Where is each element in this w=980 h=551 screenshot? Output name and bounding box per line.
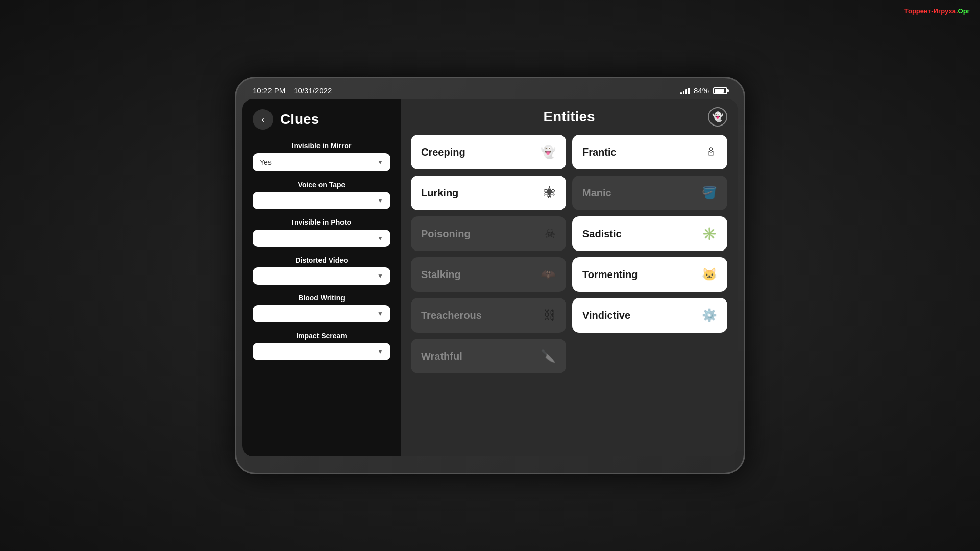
status-time: 10:22 PM (253, 86, 285, 95)
back-icon: ‹ (261, 114, 264, 125)
entity-name-lurking: Lurking (421, 187, 458, 199)
entity-name-poisoning: Poisoning (421, 228, 471, 240)
entity-icon-poisoning: ☠ (545, 227, 556, 241)
chevron-down-icon: ▼ (377, 235, 383, 242)
entities-title: Entities (430, 109, 708, 125)
signal-icon (680, 87, 690, 94)
chevron-down-icon: ▼ (377, 272, 383, 280)
clue-item-invisible-photo: Invisible in Photo ▼ (253, 218, 390, 247)
entity-btn-poisoning[interactable]: Poisoning ☠ (411, 216, 566, 251)
entity-name-sadistic: Sadistic (582, 228, 622, 240)
clue-select-distorted-video[interactable]: ▼ (253, 267, 390, 285)
entity-btn-frantic[interactable]: Frantic 🕯 (572, 135, 727, 169)
entities-panel: Entities 👻 Creeping 👻 Frantic 🕯 (401, 99, 738, 456)
entity-btn-manic[interactable]: Manic 🪣 (572, 176, 727, 210)
battery-icon (713, 87, 727, 94)
clue-item-distorted-video: Distorted Video ▼ (253, 256, 390, 285)
entity-btn-tormenting[interactable]: Tormenting 🐱 (572, 257, 727, 292)
clue-select-impact-scream[interactable]: ▼ (253, 343, 390, 360)
entity-name-tormenting: Tormenting (582, 269, 638, 281)
chevron-down-icon: ▼ (377, 197, 383, 204)
clue-label-invisible-photo: Invisible in Photo (253, 218, 390, 227)
entity-name-manic: Manic (582, 187, 611, 199)
entity-icon-creeping: 👻 (541, 145, 556, 159)
entity-icon-lurking: 🕷 (544, 186, 556, 200)
outer-frame: 10:22 PM 10/31/2022 84% (235, 77, 745, 474)
clue-item-voice-tape: Voice on Tape ▼ (253, 181, 390, 209)
entity-icon-frantic: 🕯 (705, 145, 717, 159)
chevron-down-icon: ▼ (377, 159, 383, 166)
entity-btn-wrathful[interactable]: Wrathful 🔪 (411, 339, 566, 373)
clue-label-impact-scream: Impact Scream (253, 332, 390, 340)
clue-item-blood-writing: Blood Writing ▼ (253, 294, 390, 322)
entities-grid: Creeping 👻 Frantic 🕯 Lurking 🕷 (411, 135, 727, 373)
entity-name-wrathful: Wrathful (421, 350, 462, 362)
entity-icon-manic: 🪣 (702, 186, 717, 200)
clue-label-voice-tape: Voice on Tape (253, 181, 390, 189)
entity-name-treacherous: Treacherous (421, 310, 482, 321)
ghost-icon: 👻 (712, 111, 723, 122)
status-bar: 10:22 PM 10/31/2022 84% (242, 84, 738, 99)
clue-select-invisible-mirror[interactable]: Yes ▼ (253, 153, 390, 171)
clue-select-voice-tape[interactable]: ▼ (253, 192, 390, 209)
entity-icon-treacherous: ⛓ (544, 308, 556, 322)
entity-icon-sadistic: ✳️ (702, 227, 717, 241)
status-date: 10/31/2022 (293, 86, 332, 95)
entity-icon-vindictive: ⚙️ (702, 308, 717, 322)
clue-label-distorted-video: Distorted Video (253, 256, 390, 264)
entity-btn-sadistic[interactable]: Sadistic ✳️ (572, 216, 727, 251)
entity-btn-stalking[interactable]: Stalking 🦇 (411, 257, 566, 292)
clues-title: Clues (280, 111, 319, 128)
chevron-down-icon: ▼ (377, 310, 383, 317)
battery-percent: 84% (694, 86, 709, 95)
entity-btn-vindictive[interactable]: Vindictive ⚙️ (572, 298, 727, 333)
chevron-down-icon: ▼ (377, 348, 383, 355)
back-button[interactable]: ‹ (253, 109, 273, 130)
entity-name-frantic: Frantic (582, 146, 617, 158)
clue-select-blood-writing[interactable]: ▼ (253, 305, 390, 322)
clue-label-blood-writing: Blood Writing (253, 294, 390, 302)
clue-item-invisible-mirror: Invisible in Mirror Yes ▼ (253, 142, 390, 171)
ghost-icon-button[interactable]: 👻 (708, 107, 727, 127)
entity-name-vindictive: Vindictive (582, 310, 630, 321)
entity-icon-stalking: 🦇 (541, 267, 556, 282)
clue-label-invisible-mirror: Invisible in Mirror (253, 142, 390, 150)
entity-name-stalking: Stalking (421, 269, 461, 281)
watermark: Торрент-Игруха.Орг (904, 7, 970, 15)
entity-icon-wrathful: 🔪 (541, 349, 556, 363)
entity-name-creeping: Creeping (421, 146, 465, 158)
clues-panel: ‹ Clues Invisible in Mirror Yes ▼ (242, 99, 401, 456)
clue-select-invisible-photo[interactable]: ▼ (253, 230, 390, 247)
entity-btn-creeping[interactable]: Creeping 👻 (411, 135, 566, 169)
clue-item-impact-scream: Impact Scream ▼ (253, 332, 390, 360)
entity-btn-treacherous[interactable]: Treacherous ⛓ (411, 298, 566, 333)
entity-icon-tormenting: 🐱 (702, 267, 717, 282)
entity-btn-lurking[interactable]: Lurking 🕷 (411, 176, 566, 210)
